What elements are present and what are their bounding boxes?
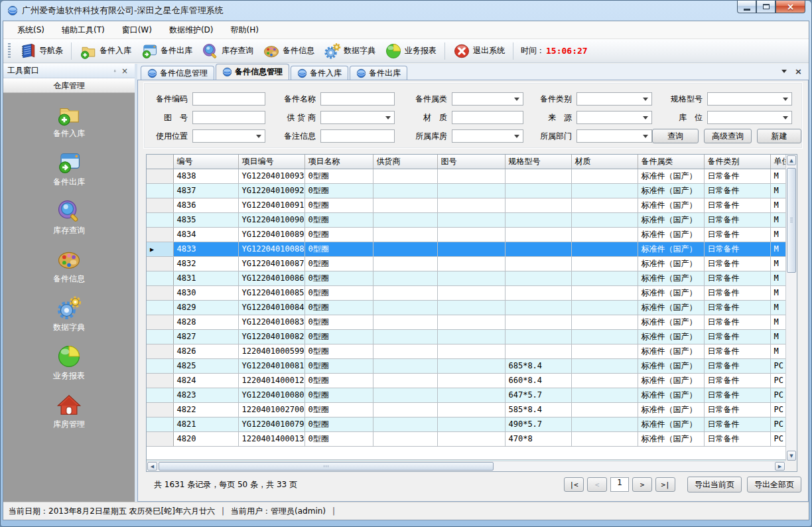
last-page-button[interactable]: >| (655, 477, 675, 492)
row-selector-cell[interactable] (147, 271, 173, 285)
cell-material[interactable] (571, 300, 638, 315)
cell-unit[interactable]: M (770, 271, 785, 285)
cell-spec[interactable] (505, 256, 571, 271)
cell-project-code[interactable]: YG12204010082 (238, 329, 304, 344)
cell-part-category[interactable]: 标准件（国产） (638, 271, 704, 285)
horizontal-scroll-thumb[interactable] (159, 462, 494, 471)
cell-project-code[interactable]: YG12204010081 (238, 358, 304, 373)
cell-material[interactable] (571, 227, 638, 242)
first-page-button[interactable]: |< (564, 477, 584, 492)
toolbar-nav-bar-button[interactable]: 导航条 (15, 40, 68, 62)
cell-project-code[interactable]: YG12204010092 (238, 183, 304, 198)
table-row[interactable]: 4835 YG12204010090 0型圈 标准件（国产） (147, 212, 785, 227)
cell-supplier[interactable] (373, 256, 437, 271)
row-selector-cell[interactable] (147, 242, 173, 256)
cell-number[interactable]: 4832 (173, 256, 238, 271)
row-selector-cell[interactable] (147, 329, 173, 344)
cell-part-category[interactable]: 标准件（国产） (638, 300, 704, 315)
cell-unit[interactable]: PC (770, 417, 785, 431)
table-row[interactable]: 4831 YG12204010086 0型圈 标准件（国产） (147, 271, 785, 285)
cell-material[interactable] (571, 212, 638, 227)
toolbar-data-dictionary-button[interactable]: 数据字典 (319, 40, 380, 62)
cell-figure-no[interactable] (437, 388, 505, 402)
cell-figure-no[interactable] (437, 256, 505, 271)
cell-number[interactable]: 4822 (173, 402, 238, 417)
scroll-left-icon[interactable]: ◀ (147, 462, 157, 471)
warehouse-select[interactable] (452, 129, 523, 143)
cell-unit[interactable]: M (770, 212, 785, 227)
cell-part-category[interactable]: 标准件（国产） (638, 388, 704, 402)
cell-part-type[interactable]: 日常备件 (704, 315, 770, 329)
cell-number[interactable]: 4826 (173, 344, 238, 358)
cell-project-name[interactable]: 0型圈 (304, 300, 373, 315)
row-selector-cell[interactable] (147, 344, 173, 358)
supplier-select[interactable] (320, 111, 395, 124)
cell-number[interactable]: 4835 (173, 212, 238, 227)
cell-number[interactable]: 4830 (173, 285, 238, 300)
table-row[interactable]: 4838 YG12204010093 0型圈 标准件（国产） (147, 169, 785, 183)
cell-part-category[interactable]: 标准件（国产） (638, 256, 704, 271)
spec-model-select[interactable] (707, 92, 792, 106)
bin-location-select[interactable] (707, 111, 792, 124)
cell-figure-no[interactable] (437, 300, 505, 315)
cell-supplier[interactable] (373, 344, 437, 358)
cell-unit[interactable]: M (770, 315, 785, 329)
tab-stock-in[interactable]: 备件入库 (291, 66, 348, 80)
cell-project-code[interactable]: YG12204010093 (238, 169, 304, 183)
cell-part-category[interactable]: 标准件（国产） (638, 417, 704, 431)
tab-parts-info-management-2[interactable]: 备件信息管理 (216, 64, 289, 80)
next-page-button[interactable]: > (632, 477, 652, 492)
cell-supplier[interactable] (373, 329, 437, 344)
row-selector-cell[interactable] (147, 388, 173, 402)
toolbar-parts-info-button[interactable]: 备件信息 (258, 40, 319, 62)
tab-stock-out[interactable]: 备件出库 (350, 66, 407, 80)
cell-material[interactable] (571, 271, 638, 285)
cell-spec[interactable]: 660*8.4 (505, 373, 571, 388)
menu-help[interactable]: 帮助(H) (222, 21, 267, 39)
cell-part-type[interactable]: 日常备件 (704, 300, 770, 315)
cell-material[interactable] (571, 256, 638, 271)
cell-unit[interactable]: M (770, 198, 785, 212)
row-selector-cell[interactable] (147, 402, 173, 417)
cell-number[interactable]: 4834 (173, 227, 238, 242)
cell-figure-no[interactable] (437, 402, 505, 417)
cell-supplier[interactable] (373, 183, 437, 198)
menu-window[interactable]: 窗口(W) (113, 21, 161, 39)
cell-spec[interactable]: 470*8 (505, 431, 571, 446)
cell-project-code[interactable]: 1220401000599 (238, 344, 304, 358)
cell-part-type[interactable]: 日常备件 (704, 271, 770, 285)
cell-number[interactable]: 4821 (173, 417, 238, 431)
table-row[interactable]: 4827 YG12204010082 0型圈 标准件（国产） (147, 329, 785, 344)
toolbar-stock-in-button[interactable]: 备件入库 (75, 40, 136, 62)
cell-supplier[interactable] (373, 417, 437, 431)
cell-supplier[interactable] (373, 402, 437, 417)
cell-unit[interactable]: PC (770, 358, 785, 373)
cell-unit[interactable]: M (770, 169, 785, 183)
source-select[interactable] (576, 111, 652, 124)
cell-figure-no[interactable] (437, 417, 505, 431)
cell-part-type[interactable]: 日常备件 (704, 285, 770, 300)
cell-number[interactable]: 4838 (173, 169, 238, 183)
cell-material[interactable] (571, 358, 638, 373)
table-row[interactable]: 4824 1220401400012 0型圈 660*8.4 标准件（国产） (147, 373, 785, 388)
cell-part-category[interactable]: 标准件（国产） (638, 358, 704, 373)
cell-material[interactable] (571, 198, 638, 212)
toolbar-exit-button[interactable]: 退出系统 (448, 40, 509, 62)
cell-unit[interactable]: M (770, 242, 785, 256)
cell-supplier[interactable] (373, 285, 437, 300)
table-row[interactable]: 4834 YG12204010089 0型圈 标准件（国产） (147, 227, 785, 242)
cell-project-name[interactable]: 0型圈 (304, 271, 373, 285)
cell-project-name[interactable]: 0型圈 (304, 227, 373, 242)
cell-material[interactable] (571, 402, 638, 417)
pin-icon[interactable] (111, 67, 119, 75)
table-row[interactable]: 4832 YG12204010087 0型圈 标准件（国产） (147, 256, 785, 271)
cell-number[interactable]: 4836 (173, 198, 238, 212)
cell-part-type[interactable]: 日常备件 (704, 242, 770, 256)
cell-number[interactable]: 4823 (173, 388, 238, 402)
cell-figure-no[interactable] (437, 431, 505, 446)
table-row[interactable]: 4825 YG12204010081 0型圈 685*8.4 标准件（国产） (147, 358, 785, 373)
cell-project-code[interactable]: YG12204010090 (238, 212, 304, 227)
cell-unit[interactable]: M (770, 344, 785, 358)
cell-number[interactable]: 4829 (173, 300, 238, 315)
cell-supplier[interactable] (373, 242, 437, 256)
